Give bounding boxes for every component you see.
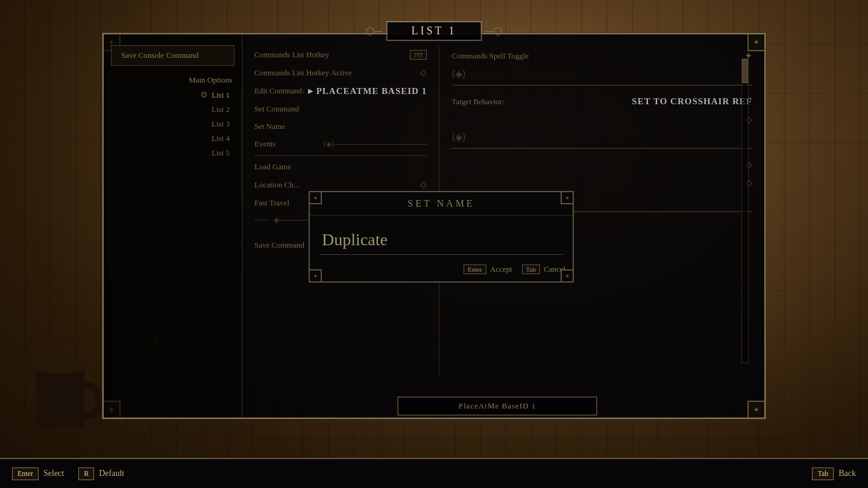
dim-overlay [104,34,764,418]
controls-bar: Enter Select R Default Tab Back [0,458,868,488]
svg-rect-9 [36,374,84,428]
enter-select-hint: Enter Select [12,468,64,480]
main-panel: ⬡─ LIST 1 ─⬡ Save Console Command Main O… [102,33,766,419]
r-default-hint: R Default [78,468,124,480]
controls-left: Enter Select R Default [12,468,124,480]
controls-right: Tab Back [812,468,856,480]
ui-container: ⬡─ LIST 1 ─⬡ Save Console Command Main O… [102,33,766,419]
select-label: Select [43,469,64,478]
tab-back-hint: Tab Back [812,468,856,480]
svg-point-11 [36,364,84,374]
r-key: R [78,468,94,480]
mug-decoration [30,361,102,440]
back-label: Back [838,469,856,478]
default-label: Default [99,469,124,478]
tab-key-bottom: Tab [812,468,834,480]
enter-key: Enter [12,468,39,480]
